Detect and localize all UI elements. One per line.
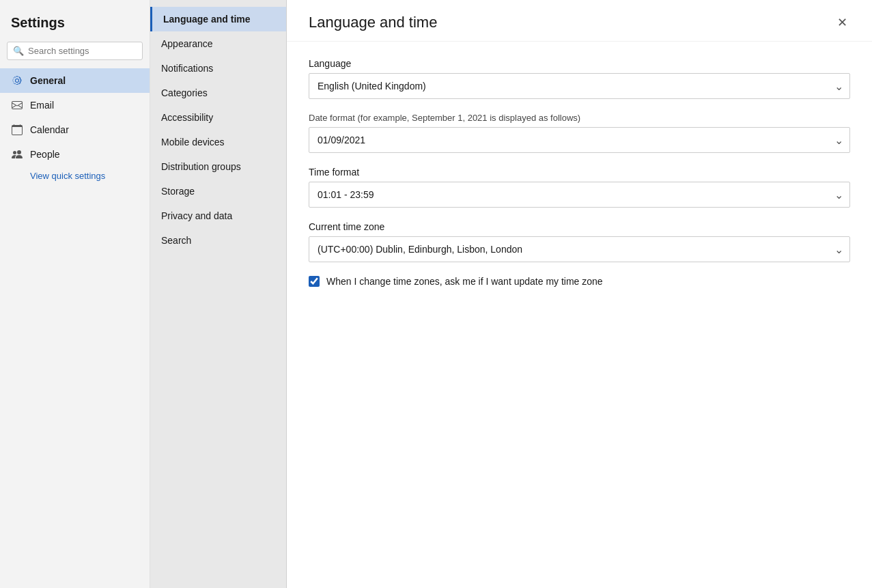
gear-icon xyxy=(11,74,23,87)
sidebar-item-general[interactable]: General xyxy=(0,68,150,93)
sidebar: Settings 🔍 General Email Calendar xyxy=(0,0,150,588)
submenu-item-privacy-data[interactable]: Privacy and data xyxy=(150,204,286,228)
sidebar-item-people-label: People xyxy=(30,149,60,160)
search-icon: 🔍 xyxy=(13,46,24,56)
date-format-label: Date format (for example, September 1, 2… xyxy=(309,113,850,123)
search-input[interactable] xyxy=(28,46,137,56)
sidebar-item-calendar-label: Calendar xyxy=(30,124,69,135)
timezone-label: Current time zone xyxy=(309,221,850,232)
time-format-label: Time format xyxy=(309,167,850,178)
submenu-item-language-time[interactable]: Language and time xyxy=(150,7,286,31)
timezone-checkbox-row: When I change time zones, ask me if I wa… xyxy=(309,276,850,287)
timezone-field-group: Current time zone (UTC+00:00) Dublin, Ed… xyxy=(309,221,850,262)
sidebar-item-calendar[interactable]: Calendar xyxy=(0,117,150,142)
submenu-item-appearance[interactable]: Appearance xyxy=(150,31,286,56)
close-button[interactable]: ✕ xyxy=(834,12,850,33)
people-icon xyxy=(11,148,23,160)
calendar-icon xyxy=(11,124,23,136)
search-box[interactable]: 🔍 xyxy=(7,42,143,60)
timezone-select[interactable]: (UTC+00:00) Dublin, Edinburgh, Lisbon, L… xyxy=(309,236,850,262)
time-format-select-wrapper: 01:01 - 23:59 1:01 AM - 11:59 PM ⌄ xyxy=(309,182,850,208)
timezone-select-wrapper: (UTC+00:00) Dublin, Edinburgh, Lisbon, L… xyxy=(309,236,850,262)
main-panel: Language and time ✕ Language English (Un… xyxy=(287,0,872,588)
date-format-select-wrapper: 01/09/2021 09/01/2021 2021/09/01 ⌄ xyxy=(309,127,850,153)
timezone-checkbox-label: When I change time zones, ask me if I wa… xyxy=(326,276,603,287)
sidebar-item-email[interactable]: Email xyxy=(0,93,150,117)
submenu-item-storage[interactable]: Storage xyxy=(150,179,286,204)
sidebar-item-email-label: Email xyxy=(30,100,54,111)
timezone-checkbox[interactable] xyxy=(309,276,320,287)
submenu-item-notifications[interactable]: Notifications xyxy=(150,56,286,81)
submenu-item-search[interactable]: Search xyxy=(150,228,286,253)
language-field-group: Language English (United Kingdom) Englis… xyxy=(309,58,850,99)
email-icon xyxy=(11,99,23,111)
main-body: Language English (United Kingdom) Englis… xyxy=(287,42,872,588)
sidebar-item-general-label: General xyxy=(30,75,66,86)
language-label: Language xyxy=(309,58,850,69)
quick-settings-link[interactable]: View quick settings xyxy=(0,167,150,185)
main-title: Language and time xyxy=(309,14,437,31)
date-format-select[interactable]: 01/09/2021 09/01/2021 2021/09/01 xyxy=(309,127,850,153)
submenu-item-accessibility[interactable]: Accessibility xyxy=(150,105,286,130)
date-format-field-group: Date format (for example, September 1, 2… xyxy=(309,113,850,153)
submenu-item-distribution-groups[interactable]: Distribution groups xyxy=(150,154,286,179)
main-header: Language and time ✕ xyxy=(287,0,872,42)
time-format-select[interactable]: 01:01 - 23:59 1:01 AM - 11:59 PM xyxy=(309,182,850,208)
submenu-item-categories[interactable]: Categories xyxy=(150,81,286,105)
language-select-wrapper: English (United Kingdom) English (United… xyxy=(309,73,850,99)
submenu-item-mobile-devices[interactable]: Mobile devices xyxy=(150,130,286,154)
language-select[interactable]: English (United Kingdom) English (United… xyxy=(309,73,850,99)
submenu: Language and time Appearance Notificatio… xyxy=(150,0,287,588)
sidebar-item-people[interactable]: People xyxy=(0,142,150,167)
app-title: Settings xyxy=(0,7,150,39)
time-format-field-group: Time format 01:01 - 23:59 1:01 AM - 11:5… xyxy=(309,167,850,208)
